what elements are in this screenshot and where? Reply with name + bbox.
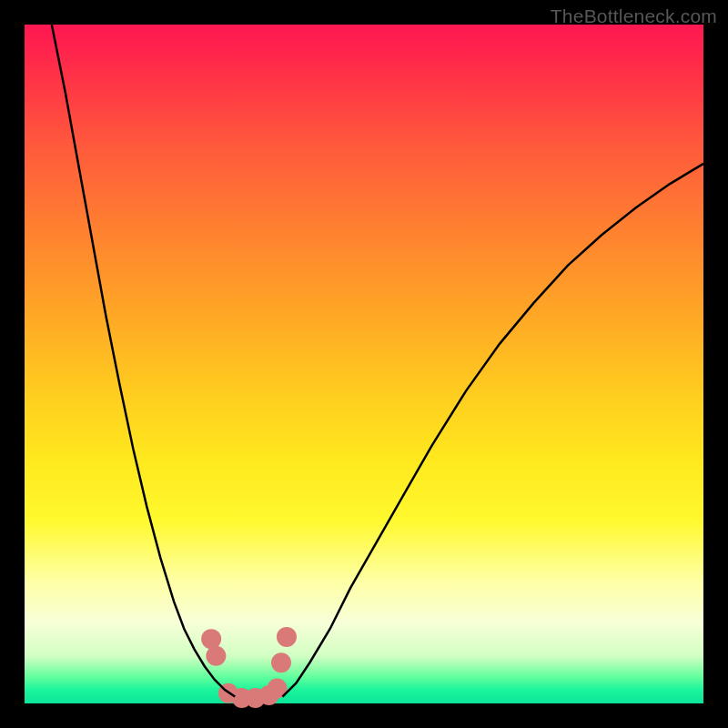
data-point — [201, 629, 221, 649]
chart-svg — [25, 25, 703, 703]
data-point — [271, 652, 291, 672]
chart-frame: TheBottleneck.com — [0, 0, 728, 728]
data-point — [206, 646, 226, 666]
right-curve — [282, 164, 703, 697]
plot-area — [25, 25, 703, 703]
data-point — [277, 627, 297, 647]
left-curve — [52, 25, 235, 697]
